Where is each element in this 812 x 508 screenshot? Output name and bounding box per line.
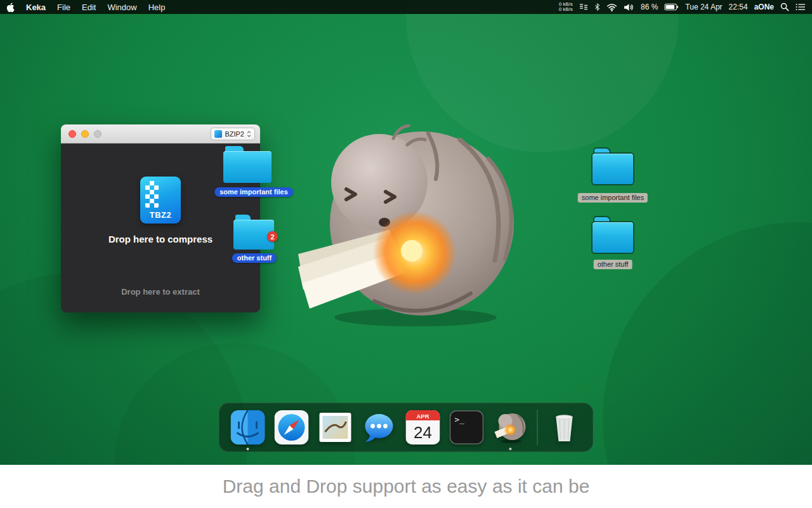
wifi-icon[interactable] — [606, 3, 617, 11]
dragged-folder-label: other stuff — [232, 253, 277, 263]
volume-icon[interactable] — [624, 3, 634, 11]
close-button[interactable] — [69, 130, 76, 138]
format-file-icon — [214, 130, 222, 138]
window-titlebar[interactable]: BZIP2 — [61, 124, 260, 144]
battery-percent-label: 86 % — [641, 3, 658, 11]
menu-window[interactable]: Window — [107, 3, 136, 12]
tbz2-file-label: TBZ2 — [140, 210, 181, 220]
keka-mascot-illustration — [298, 122, 520, 330]
apple-logo-icon[interactable] — [6, 3, 15, 12]
format-dropdown[interactable]: BZIP2 — [211, 128, 255, 140]
dragged-folder-label: some important files — [214, 187, 293, 197]
dock: APR 24 >_ — [219, 403, 594, 452]
item-count-badge: 2 — [267, 231, 278, 242]
drop-compress-zone[interactable]: Drop here to compress — [61, 234, 260, 244]
dock-trash-icon[interactable] — [547, 410, 582, 444]
notification-center-icon[interactable] — [796, 3, 806, 11]
desktop-folder-label: some important files — [578, 193, 648, 203]
network-speed-readout[interactable]: 0 kB/s 0 kB/s — [559, 2, 573, 12]
menubar-clock[interactable]: 22:54 — [729, 3, 748, 11]
calendar-day-label: 24 — [414, 423, 432, 442]
dock-finder-icon[interactable] — [231, 410, 265, 444]
desktop-folder-label: other stuff — [594, 260, 632, 269]
folder-body — [223, 151, 272, 183]
caption-bar: Drag and Drop support as easy as it can … — [0, 465, 812, 508]
desktop-folder-important-files[interactable] — [593, 149, 633, 184]
dragged-folder-important-files[interactable] — [223, 146, 272, 183]
zoom-button-disabled — [94, 130, 102, 138]
desktop: Keka File Edit Window Help 0 kB/s 0 kB/s — [0, 0, 812, 508]
desktop-folder-other-stuff[interactable] — [593, 217, 633, 253]
format-dropdown-value: BZIP2 — [225, 130, 244, 138]
spotlight-search-icon[interactable] — [780, 3, 789, 11]
net-down-label: 0 kB/s — [559, 7, 573, 12]
network-bars-icon[interactable] — [579, 3, 588, 11]
menubar-user[interactable]: aONe — [754, 3, 774, 11]
menu-bar: Keka File Edit Window Help 0 kB/s 0 kB/s — [0, 0, 812, 14]
dock-terminal-icon[interactable]: >_ — [450, 410, 484, 444]
folder-body — [593, 154, 633, 184]
folder-body — [593, 222, 633, 253]
menu-file[interactable]: File — [57, 3, 70, 12]
tbz2-file-icon: TBZ2 — [140, 177, 181, 224]
dock-safari-icon[interactable] — [275, 410, 309, 444]
dock-messages-icon[interactable] — [362, 410, 396, 444]
dragged-folder-other-stuff[interactable]: 2 — [233, 215, 274, 250]
menubar-app-name[interactable]: Keka — [26, 3, 46, 12]
menu-help[interactable]: Help — [148, 3, 166, 12]
menubar-date[interactable]: Tue 24 Apr — [685, 3, 722, 11]
terminal-prompt-glyph: >_ — [455, 415, 465, 424]
caption-text: Drag and Drop support as easy as it can … — [223, 476, 590, 497]
running-indicator — [247, 448, 249, 450]
dock-calendar-icon[interactable]: APR 24 — [406, 410, 440, 444]
running-indicator — [509, 448, 512, 450]
calendar-month-label: APR — [416, 413, 429, 420]
drop-extract-zone[interactable]: Drop here to extract — [61, 287, 260, 297]
bluetooth-icon[interactable] — [594, 3, 600, 11]
battery-icon[interactable] — [664, 3, 679, 11]
dock-mail-icon[interactable] — [318, 410, 353, 444]
menu-edit[interactable]: Edit — [82, 3, 96, 12]
minimize-button[interactable] — [81, 130, 89, 138]
chevron-up-down-icon — [247, 130, 251, 138]
dock-separator — [537, 410, 538, 445]
dock-keka-icon[interactable] — [494, 410, 528, 444]
